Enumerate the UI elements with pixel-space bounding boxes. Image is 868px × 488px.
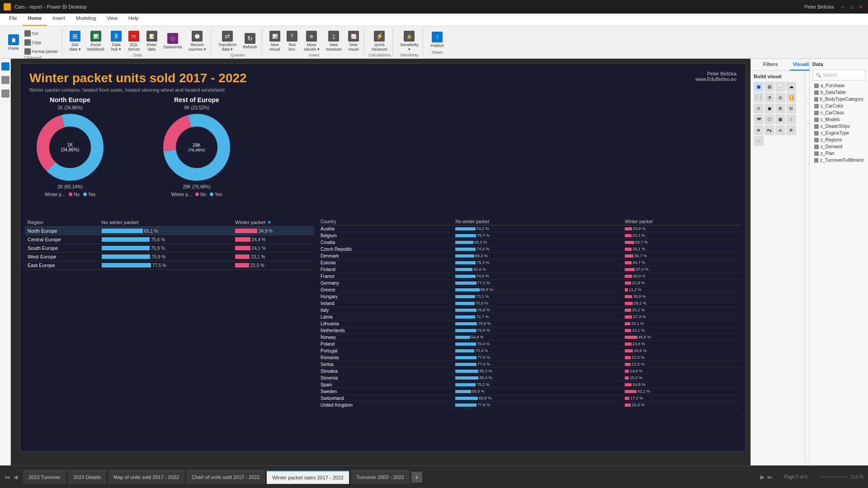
recent-sources-button[interactable]: 🕐 Recentsources ▾ bbox=[186, 29, 209, 53]
share-group: ↑ Publish Share bbox=[426, 28, 448, 56]
tab-help[interactable]: Help bbox=[123, 14, 144, 26]
country-row: Germany 77,2 % 22,8 % bbox=[319, 280, 741, 286]
quick-measure-button[interactable]: ⚡ Quickmeasure bbox=[369, 29, 390, 53]
viz-area-icon[interactable]: ⛰ bbox=[786, 82, 796, 92]
viz-stacked-icon[interactable]: ▤ bbox=[764, 82, 774, 92]
viz-map-icon[interactable]: 🗺 bbox=[754, 114, 764, 124]
data-field-item[interactable]: c_Models bbox=[812, 116, 865, 123]
field-icon bbox=[814, 104, 819, 108]
viz-line-icon[interactable]: 📈 bbox=[775, 82, 785, 92]
data-field-item[interactable]: c_CarColor bbox=[812, 103, 865, 109]
tab-2023-turnover[interactable]: 2023 Turnover bbox=[23, 470, 66, 484]
data-field-item[interactable]: z_Demand bbox=[812, 143, 865, 150]
build-visual-label: Build visual bbox=[754, 74, 802, 79]
tab-insert[interactable]: Insert bbox=[47, 14, 71, 26]
transform-icon: ⇄ bbox=[222, 31, 233, 42]
viz-ai-icon[interactable]: AI bbox=[775, 125, 785, 135]
country-empty-header bbox=[609, 218, 623, 225]
maximize-button[interactable]: □ bbox=[848, 3, 855, 10]
text-box-button[interactable]: T Textbox bbox=[284, 29, 300, 53]
last-page-button[interactable]: ⏭ bbox=[767, 474, 773, 480]
viz-r-icon[interactable]: R bbox=[754, 125, 764, 135]
viz-gauge-icon[interactable]: ⊙ bbox=[754, 103, 764, 113]
tab-file[interactable]: File bbox=[4, 14, 23, 26]
data-search-box[interactable]: 🔍 Search bbox=[812, 70, 865, 80]
ribbon-content: 📋 Paste Cut Copy Format painter bbox=[0, 26, 868, 58]
viz-scatter-icon[interactable]: ⋮⋮ bbox=[754, 93, 764, 103]
data-field-item[interactable]: z_TurnoverFulfillment bbox=[812, 157, 865, 164]
tab-view[interactable]: View bbox=[101, 14, 123, 26]
tab-map-units[interactable]: Map of units sold 2017 - 2022 bbox=[108, 470, 184, 484]
dataverse-button[interactable]: ⬡ Dataverse bbox=[161, 32, 185, 51]
new-visual-button[interactable]: 📊 Newvisual bbox=[267, 29, 283, 53]
data-field-item[interactable]: c_DealerShips bbox=[812, 123, 865, 130]
next-page-button[interactable]: ▶ bbox=[760, 474, 764, 480]
copy-button[interactable]: Copy bbox=[23, 38, 60, 47]
tab-winter-packet[interactable]: Winter packet sales 2017 - 2022 bbox=[267, 470, 349, 484]
viz-shape-map-icon[interactable]: ⬡ bbox=[764, 114, 774, 124]
sidebar-model-icon[interactable] bbox=[1, 89, 9, 98]
publish-button[interactable]: ↑ Publish bbox=[428, 30, 447, 49]
sidebar-report-icon[interactable] bbox=[1, 62, 9, 70]
get-data-button[interactable]: ⊞ Getdata ▾ bbox=[67, 29, 84, 53]
minimize-button[interactable]: ─ bbox=[839, 3, 846, 10]
viz-python-icon[interactable]: Py bbox=[764, 125, 774, 135]
data-field-item[interactable]: b_BodyTypeCategory bbox=[812, 96, 865, 103]
tab-home[interactable]: Home bbox=[23, 14, 47, 26]
more-visuals-button[interactable]: ⊕ Morevisuals ▾ bbox=[301, 29, 322, 53]
viz-table-icon[interactable]: ⊞ bbox=[775, 103, 785, 113]
viz-donut-icon[interactable]: ◎ bbox=[775, 93, 785, 103]
data-field-item[interactable]: a_Purchase bbox=[812, 82, 865, 89]
tab-chart-units[interactable]: Chart of units sold 2017 - 2022 bbox=[186, 470, 265, 484]
viz-waterfall-icon[interactable]: ↕ bbox=[786, 114, 796, 124]
report-canvas: Winter packet units sold 2017 - 2022 Win… bbox=[20, 63, 746, 452]
data-field-item[interactable]: b_DataTable bbox=[812, 89, 865, 96]
format-painter-button[interactable]: Format painter bbox=[23, 47, 60, 56]
add-page-button[interactable]: + bbox=[411, 472, 422, 483]
excel-button[interactable]: 📊 Excelworkbook bbox=[85, 29, 108, 53]
data-field-item[interactable]: c_Regions bbox=[812, 136, 865, 143]
new-measure-button[interactable]: ∑ Newmeasure bbox=[323, 29, 344, 53]
data-field-item[interactable]: c_CarClass bbox=[812, 109, 865, 116]
viz-card-icon[interactable]: ▣ bbox=[764, 103, 774, 113]
viz-treemap-icon[interactable]: ▦ bbox=[775, 114, 785, 124]
new-measure-icon: ∑ bbox=[328, 31, 339, 42]
report-subtitle: Winter packet contains: heated front sea… bbox=[29, 87, 736, 93]
country-row: Lithuania 79,9 % 20,1 % bbox=[319, 320, 741, 327]
refresh-button[interactable]: ↻ Refresh bbox=[240, 32, 260, 51]
transform-button[interactable]: ⇄ Transformdata ▾ bbox=[216, 29, 240, 53]
ne-bottom-label: 2K (65,14%) bbox=[57, 184, 83, 189]
sql-button[interactable]: 🗃 SQLServer bbox=[125, 29, 143, 53]
viz-bar-icon[interactable]: ▦ bbox=[754, 82, 764, 92]
viz-decomp-icon[interactable]: ⊕ bbox=[786, 125, 796, 135]
country-row: Ireland 70,8 % 29,2 % bbox=[319, 300, 741, 307]
data-buttons: ⊞ Getdata ▾ 📊 Excelworkbook 🗄 Datahub ▾ … bbox=[67, 29, 209, 53]
viz-matrix-icon[interactable]: ⊟ bbox=[786, 103, 796, 113]
country-col-header: Country bbox=[319, 218, 453, 225]
data-field-item[interactable]: z_Plan bbox=[812, 150, 865, 157]
text-box-icon: T bbox=[287, 31, 297, 42]
sidebar-data-icon[interactable] bbox=[1, 76, 9, 84]
enter-data-button[interactable]: 📝 Enterdata bbox=[144, 29, 160, 53]
data-hub-button[interactable]: 🗄 Datahub ▾ bbox=[108, 29, 124, 53]
tab-turnover-2003[interactable]: Turnover 2003 - 2022 bbox=[351, 470, 409, 484]
tab-modeling[interactable]: Modeling bbox=[71, 14, 102, 26]
filters-tab[interactable]: Filters bbox=[751, 59, 790, 70]
first-page-button[interactable]: ⏮ bbox=[5, 474, 10, 480]
data-label: Data bbox=[133, 53, 142, 57]
viz-funnel-icon[interactable]: ⏬ bbox=[786, 93, 796, 103]
paste-button[interactable]: 📋 Paste bbox=[5, 33, 22, 52]
get-data-icon: ⊞ bbox=[70, 31, 80, 42]
share-label: Share bbox=[432, 50, 443, 55]
sensitivity-button[interactable]: 🔒 Sensitivity▾ bbox=[397, 29, 421, 53]
viz-pie-icon[interactable]: ◔ bbox=[764, 93, 774, 103]
viz-more-icon[interactable]: ··· bbox=[754, 136, 764, 146]
field-icon bbox=[814, 131, 819, 136]
prev-page-button[interactable]: ◀ bbox=[14, 474, 18, 480]
tab-2023-details[interactable]: 2023 Details bbox=[68, 470, 106, 484]
new-visual-2-button[interactable]: 📈 Newvisual bbox=[345, 29, 362, 53]
cut-button[interactable]: Cut bbox=[23, 29, 60, 38]
close-button[interactable]: ✕ bbox=[857, 3, 864, 10]
data-field-item[interactable]: c_EngineType bbox=[812, 130, 865, 136]
report-title: Winter packet units sold 2017 - 2022 bbox=[29, 71, 736, 85]
